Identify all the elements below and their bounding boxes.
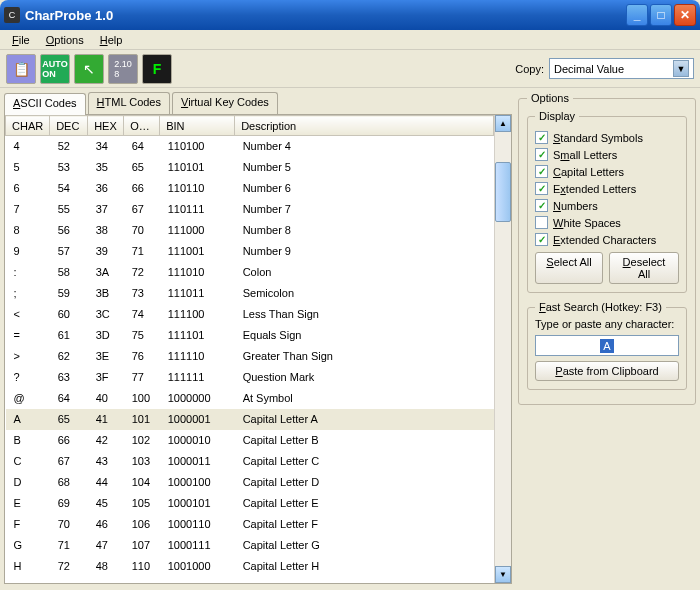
fastsearch-input[interactable]: A	[535, 335, 679, 356]
checkbox-numbers[interactable]: ✓	[535, 199, 548, 212]
checkbox-small[interactable]: ✓	[535, 148, 548, 161]
tab-ascii[interactable]: ASCII Codes	[4, 93, 86, 115]
close-button[interactable]: ✕	[674, 4, 696, 26]
tab-html[interactable]: HTML Codes	[88, 92, 170, 114]
checkbox-ws[interactable]	[535, 216, 548, 229]
cell-dec: 64	[50, 388, 88, 409]
table-row[interactable]: 8563870111000Number 8	[6, 220, 494, 241]
label-ext-letters[interactable]: Extended Letters	[553, 183, 636, 195]
table-row[interactable]: H72481101001000Capital Letter H	[6, 556, 494, 577]
table-row[interactable]: ;593B73111011Semicolon	[6, 283, 494, 304]
col-oct[interactable]: O…	[124, 116, 160, 136]
table-row[interactable]: C67431031000011Capital Letter C	[6, 451, 494, 472]
table-row[interactable]: ?633F77111111Question Mark	[6, 367, 494, 388]
cell-char: ;	[6, 283, 50, 304]
label-caps[interactable]: Capital Letters	[553, 166, 624, 178]
label-small[interactable]: Small Letters	[553, 149, 617, 161]
display-group: Display ✓Standard Symbols ✓Small Letters…	[527, 110, 687, 293]
cell-dec: 65	[50, 409, 88, 430]
table-row[interactable]: :583A72111010Colon	[6, 262, 494, 283]
cell-hex: 38	[88, 220, 124, 241]
maximize-button[interactable]: □	[650, 4, 672, 26]
menu-file[interactable]: File	[4, 32, 38, 48]
vertical-scrollbar[interactable]: ▲ ▼	[494, 115, 511, 583]
checkbox-ext-chars[interactable]: ✓	[535, 233, 548, 246]
col-bin[interactable]: BIN	[160, 116, 235, 136]
cell-char: <	[6, 304, 50, 325]
checkbox-std[interactable]: ✓	[535, 131, 548, 144]
dropdown-arrow-icon[interactable]: ▼	[673, 60, 689, 77]
tabstrip: ASCII Codes HTML Codes Virtual Key Codes	[4, 92, 512, 114]
cell-dec: 58	[50, 262, 88, 283]
deselect-all-button[interactable]: Deselect All	[609, 252, 679, 284]
paste-clipboard-button[interactable]: Paste from Clipboard	[535, 361, 679, 381]
cell-oct: 76	[124, 346, 160, 367]
label-ws[interactable]: White Spaces	[553, 217, 621, 229]
cell-char: 5	[6, 157, 50, 178]
label-numbers[interactable]: Numbers	[553, 200, 598, 212]
cell-desc: Number 5	[235, 157, 494, 178]
table-row[interactable]: 7553767110111Number 7	[6, 199, 494, 220]
menu-help[interactable]: Help	[92, 32, 131, 48]
cell-hex: 3C	[88, 304, 124, 325]
checkbox-caps[interactable]: ✓	[535, 165, 548, 178]
toolbtn-copy-icon[interactable]: 📋	[6, 54, 36, 84]
label-std[interactable]: Standard Symbols	[553, 132, 643, 144]
minimize-button[interactable]: _	[626, 4, 648, 26]
table-row[interactable]: =613D75111101Equals Sign	[6, 325, 494, 346]
scroll-thumb[interactable]	[495, 162, 511, 222]
cell-dec: 56	[50, 220, 88, 241]
cell-bin: 110101	[160, 157, 235, 178]
cell-desc: Number 8	[235, 220, 494, 241]
table-row[interactable]: 6543666110110Number 6	[6, 178, 494, 199]
table-row[interactable]: 9573971111001Number 9	[6, 241, 494, 262]
col-char[interactable]: CHAR	[6, 116, 50, 136]
table-row[interactable]: E69451051000101Capital Letter E	[6, 493, 494, 514]
select-all-button[interactable]: Select All	[535, 252, 603, 284]
copy-dropdown[interactable]: Decimal Value ▼	[549, 58, 694, 79]
cell-bin: 1000111	[160, 535, 235, 556]
toolbtn-arrow-icon[interactable]: ↖	[74, 54, 104, 84]
table-row[interactable]: <603C74111100Less Than Sign	[6, 304, 494, 325]
cell-hex: 3B	[88, 283, 124, 304]
table-row[interactable]: >623E76111110Greater Than Sign	[6, 346, 494, 367]
cell-dec: 53	[50, 157, 88, 178]
cell-oct: 77	[124, 367, 160, 388]
table-row[interactable]: A65411011000001Capital Letter A	[6, 409, 494, 430]
cell-desc: Number 4	[235, 136, 494, 157]
cell-dec: 72	[50, 556, 88, 577]
cell-desc: Number 7	[235, 199, 494, 220]
cell-dec: 52	[50, 136, 88, 157]
cell-bin: 1000001	[160, 409, 235, 430]
col-dec[interactable]: DEC	[50, 116, 88, 136]
table-row[interactable]: G71471071000111Capital Letter G	[6, 535, 494, 556]
toolbtn-auto-on-icon[interactable]: AUTOON	[40, 54, 70, 84]
table-row[interactable]: F70461061000110Capital Letter F	[6, 514, 494, 535]
cell-oct: 103	[124, 451, 160, 472]
cell-oct: 67	[124, 199, 160, 220]
cell-char: H	[6, 556, 50, 577]
cell-char: E	[6, 493, 50, 514]
col-hex[interactable]: HEX	[88, 116, 124, 136]
cell-hex: 42	[88, 430, 124, 451]
menu-options[interactable]: Options	[38, 32, 92, 48]
label-ext-chars[interactable]: Extended Characters	[553, 234, 656, 246]
cell-char: C	[6, 451, 50, 472]
scroll-down-icon[interactable]: ▼	[495, 566, 511, 583]
toolbtn-number-icon[interactable]: 2.108	[108, 54, 138, 84]
titlebar: C CharProbe 1.0 _ □ ✕	[0, 0, 700, 30]
cell-hex: 44	[88, 472, 124, 493]
checkbox-ext-letters[interactable]: ✓	[535, 182, 548, 195]
table-row[interactable]: B66421021000010Capital Letter B	[6, 430, 494, 451]
tab-vk[interactable]: Virtual Key Codes	[172, 92, 278, 114]
table-row[interactable]: 5533565110101Number 5	[6, 157, 494, 178]
toolbtn-format-icon[interactable]: F	[142, 54, 172, 84]
display-legend: Display	[535, 110, 579, 122]
scroll-up-icon[interactable]: ▲	[495, 115, 511, 132]
table-row[interactable]: D68441041000100Capital Letter D	[6, 472, 494, 493]
table-row[interactable]: @64401001000000At Symbol	[6, 388, 494, 409]
table-row[interactable]: 4523464110100Number 4	[6, 136, 494, 157]
cell-desc: Semicolon	[235, 283, 494, 304]
cell-desc: Greater Than Sign	[235, 346, 494, 367]
col-desc[interactable]: Description	[235, 116, 494, 136]
